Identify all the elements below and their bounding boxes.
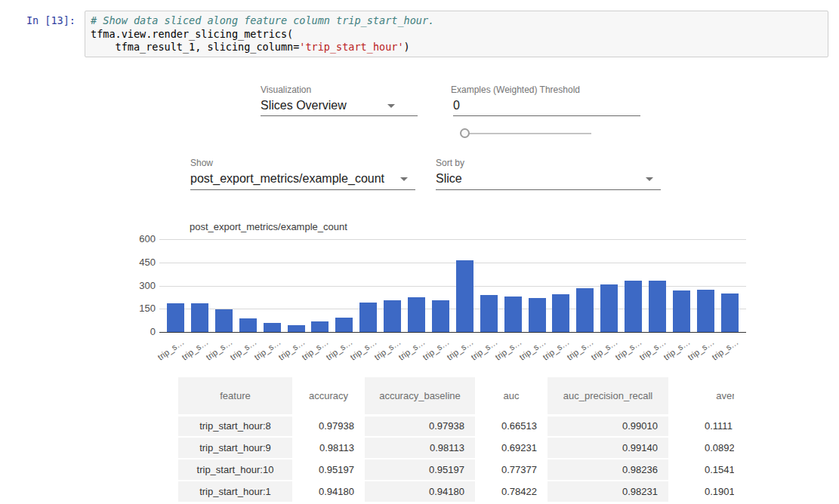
threshold-underline: [453, 115, 640, 116]
metric-value-cell: 0.78422: [475, 481, 548, 502]
y-axis-tick-label: 450: [110, 257, 156, 268]
feature-cell: trip_start_hour:8: [178, 415, 292, 437]
chevron-down-icon[interactable]: [387, 104, 395, 108]
sort-by-label: Sort by: [436, 158, 464, 168]
feature-cell: trip_start_hour:1: [178, 481, 292, 502]
bar[interactable]: [480, 295, 498, 332]
bar[interactable]: [167, 303, 184, 332]
bar[interactable]: [721, 293, 739, 332]
column-header-feature[interactable]: feature: [178, 377, 292, 415]
cell-execution-prompt: In [13]:: [0, 14, 76, 27]
threshold-slider-handle[interactable]: [460, 128, 470, 138]
bar[interactable]: [335, 318, 353, 332]
visualization-underline: [261, 115, 418, 116]
visualization-label: Visualization: [261, 85, 311, 95]
metric-value-cell: 0.94180: [365, 481, 475, 502]
metric-value-cell: 0.95197: [365, 459, 475, 481]
sort-by-underline: [436, 189, 661, 190]
column-header-average_loss[interactable]: average_loss: [668, 377, 734, 415]
sort-by-dropdown[interactable]: Slice: [436, 172, 462, 186]
bar[interactable]: [625, 281, 642, 332]
metric-value-cell: 0.97938: [292, 415, 365, 437]
metric-value-cell: 0.98231: [548, 481, 668, 502]
metric-value-cell: 0.98236: [548, 459, 668, 481]
table-header-row: featureaccuracyaccuracy_baselineaucauc_p…: [178, 377, 734, 415]
bar[interactable]: [649, 281, 666, 332]
column-header-auc_precision_recall[interactable]: auc_precision_recall: [548, 377, 668, 415]
gridline: [159, 263, 746, 263]
metric-value-cell: 0.69231: [475, 437, 548, 459]
show-dropdown[interactable]: post_export_metrics/example_count: [190, 172, 384, 186]
metric-value-cell: 0.94180: [292, 481, 365, 502]
bar[interactable]: [552, 294, 569, 332]
bar[interactable]: [215, 309, 233, 332]
table-row: trip_start_hour:10.941800.941800.784220.…: [178, 481, 734, 502]
bar[interactable]: [432, 300, 449, 332]
bar[interactable]: [191, 303, 208, 332]
bar[interactable]: [600, 284, 618, 332]
metric-value-cell: 0.99140: [548, 437, 668, 459]
metric-value-cell: 0.95197: [292, 459, 365, 481]
column-header-auc[interactable]: auc: [475, 377, 548, 415]
bar[interactable]: [408, 297, 425, 332]
metric-value-cell: 0.77377: [475, 459, 548, 481]
metric-value-cell: 0.97938: [365, 415, 475, 437]
visualization-dropdown[interactable]: Slices Overview: [261, 99, 347, 112]
metrics-table: featureaccuracyaccuracy_baselineaucauc_p…: [178, 377, 734, 503]
table-row: trip_start_hour:90.981130.981130.692310.…: [178, 437, 734, 459]
table-row: trip_start_hour:100.951970.951970.773770…: [178, 459, 734, 481]
code-line-3: tfma_result_1, slicing_column='trip_star…: [91, 41, 410, 53]
feature-cell: trip_start_hour:10: [178, 459, 292, 481]
y-axis-tick-label: 600: [110, 233, 156, 244]
gridline: [159, 239, 746, 240]
bar[interactable]: [311, 321, 329, 332]
legend-label: post_export_metrics/example_count: [190, 221, 347, 232]
column-header-accuracy[interactable]: accuracy: [292, 377, 365, 415]
show-label: Show: [190, 158, 213, 168]
bar[interactable]: [359, 303, 377, 332]
metric-value-cell: 0.1901: [668, 481, 734, 502]
legend-swatch: [168, 222, 184, 232]
metric-value-cell: 0.66513: [475, 415, 548, 437]
bar[interactable]: [384, 300, 401, 332]
show-underline: [190, 189, 415, 190]
bar[interactable]: [529, 298, 546, 332]
metric-value-cell: 0.98113: [365, 437, 475, 459]
bar[interactable]: [697, 290, 714, 332]
metric-value-cell: 0.99010: [548, 415, 668, 437]
notebook-page: In [13]: # Show data sliced along featur…: [0, 0, 839, 504]
threshold-label: Examples (Weighted) Threshold: [451, 85, 580, 95]
bar[interactable]: [504, 297, 522, 332]
bar[interactable]: [264, 323, 281, 332]
bar[interactable]: [673, 290, 690, 332]
metrics-table-container: featureaccuracyaccuracy_baselineaucauc_p…: [178, 377, 734, 504]
bar[interactable]: [239, 318, 257, 332]
bar[interactable]: [456, 260, 473, 332]
y-axis-tick-label: 300: [110, 280, 156, 291]
y-axis-tick-label: 0: [110, 326, 156, 337]
feature-cell: trip_start_hour:9: [178, 437, 292, 459]
chevron-down-icon[interactable]: [646, 177, 653, 181]
code-cell[interactable]: # Show data sliced along feature column …: [85, 11, 828, 57]
table-row: trip_start_hour:80.979380.979380.665130.…: [178, 415, 734, 437]
bar[interactable]: [576, 288, 594, 332]
chevron-down-icon[interactable]: [400, 177, 408, 181]
metric-value-cell: 0.0892: [668, 437, 734, 459]
code-comment: # Show data sliced along feature column …: [91, 14, 434, 26]
metric-value-cell: 0.1541: [668, 459, 734, 481]
column-header-accuracy_baseline[interactable]: accuracy_baseline: [365, 377, 475, 415]
threshold-slider-track[interactable]: [461, 133, 591, 134]
x-axis-line: [159, 332, 746, 333]
table-body: trip_start_hour:80.979380.979380.665130.…: [178, 415, 734, 502]
threshold-input[interactable]: 0: [453, 99, 460, 112]
y-axis-tick-label: 150: [110, 303, 156, 314]
metric-value-cell: 0.98113: [292, 437, 365, 459]
code-string-literal: 'trip_start_hour': [299, 41, 403, 53]
code-line-2: tfma.view.render_slicing_metrics(: [91, 28, 293, 40]
metric-value-cell: 0.1111: [668, 415, 734, 437]
bar[interactable]: [288, 325, 305, 332]
